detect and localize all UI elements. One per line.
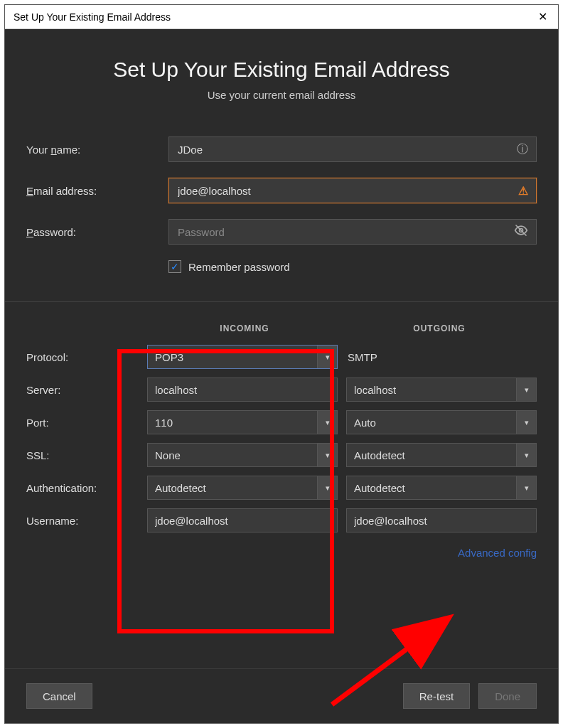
remember-label: Remember password: [188, 261, 290, 273]
ssl-label: SSL:: [26, 449, 139, 461]
content-area: Set Up Your Existing Email Address Use y…: [5, 29, 558, 723]
email-input-wrap: ⚠: [168, 178, 537, 203]
port-label: Port:: [26, 417, 139, 429]
email-row: Email address: ⚠: [26, 178, 537, 203]
username-label: Username:: [26, 515, 139, 527]
chevron-down-icon: ▾: [516, 378, 536, 401]
link-row: Advanced config: [26, 547, 537, 560]
columns-header: INCOMING OUTGOING: [26, 323, 537, 333]
email-label: Email address:: [26, 185, 168, 197]
outgoing-auth-select[interactable]: Autodetect ▾: [346, 476, 537, 500]
outgoing-username-input[interactable]: [346, 508, 537, 532]
outgoing-header: OUTGOING: [342, 323, 537, 333]
chevron-down-icon: ▾: [317, 346, 337, 368]
chevron-down-icon: ▾: [516, 444, 536, 466]
password-input-wrap: [168, 219, 537, 245]
port-row: Port: 110 ▾ Auto ▾: [26, 410, 537, 434]
cancel-button[interactable]: Cancel: [26, 683, 92, 709]
incoming-ssl-select[interactable]: None ▾: [147, 443, 338, 467]
protocol-label: Protocol:: [26, 351, 139, 363]
password-label: Password:: [26, 226, 168, 238]
incoming-protocol-select[interactable]: POP3 ▾: [147, 345, 338, 369]
protocol-row: Protocol: POP3 ▾ SMTP: [26, 345, 537, 369]
info-icon[interactable]: ⓘ: [517, 142, 528, 157]
divider: [5, 301, 558, 302]
warning-icon: ⚠: [518, 184, 528, 198]
retest-button[interactable]: Re-test: [403, 683, 470, 709]
incoming-auth-select[interactable]: Autodetect ▾: [147, 476, 338, 500]
dialog-window: Set Up Your Existing Email Address ✕ Set…: [4, 4, 559, 724]
advanced-config-link[interactable]: Advanced config: [458, 547, 537, 559]
chevron-down-icon: ▾: [317, 411, 337, 434]
name-input-wrap: ⓘ: [168, 136, 537, 162]
chevron-down-icon: ▾: [317, 476, 337, 499]
incoming-server-input[interactable]: [147, 378, 338, 402]
ssl-row: SSL: None ▾ Autodetect ▾: [26, 443, 537, 467]
page-heading: Set Up Your Existing Email Address: [26, 58, 537, 82]
eye-off-icon[interactable]: [514, 223, 528, 240]
button-row: Cancel Re-test Done: [5, 668, 558, 709]
auth-label: Authentication:: [26, 482, 139, 494]
name-row: Your name: ⓘ: [26, 136, 537, 162]
done-button[interactable]: Done: [478, 683, 537, 709]
name-input[interactable]: [168, 136, 537, 162]
outgoing-port-combo[interactable]: Auto ▾: [346, 410, 537, 434]
chevron-down-icon: ▾: [516, 411, 536, 434]
username-row: Username:: [26, 508, 537, 532]
remember-row: ✓ Remember password: [168, 260, 537, 273]
remember-checkbox[interactable]: ✓: [168, 260, 181, 273]
outgoing-server-combo[interactable]: localhost ▾: [346, 378, 537, 402]
chevron-down-icon: ▾: [317, 444, 337, 466]
incoming-port-combo[interactable]: 110 ▾: [147, 410, 338, 434]
outgoing-ssl-select[interactable]: Autodetect ▾: [346, 443, 537, 467]
email-input[interactable]: [168, 178, 537, 203]
incoming-username-input[interactable]: [147, 508, 338, 532]
incoming-header: INCOMING: [147, 323, 342, 333]
close-icon[interactable]: ✕: [535, 10, 549, 23]
name-label: Your name:: [26, 144, 168, 156]
outgoing-protocol-text: SMTP: [346, 345, 537, 369]
window-title: Set Up Your Existing Email Address: [14, 11, 171, 23]
page-subheading: Use your current email address: [26, 89, 537, 101]
password-row: Password:: [26, 219, 537, 245]
chevron-down-icon: ▾: [516, 476, 536, 499]
auth-row: Authentication: Autodetect ▾ Autodetect …: [26, 476, 537, 500]
titlebar: Set Up Your Existing Email Address ✕: [5, 5, 558, 29]
password-input[interactable]: [168, 219, 537, 245]
server-label: Server:: [26, 384, 139, 396]
server-row: Server: localhost ▾: [26, 378, 537, 402]
